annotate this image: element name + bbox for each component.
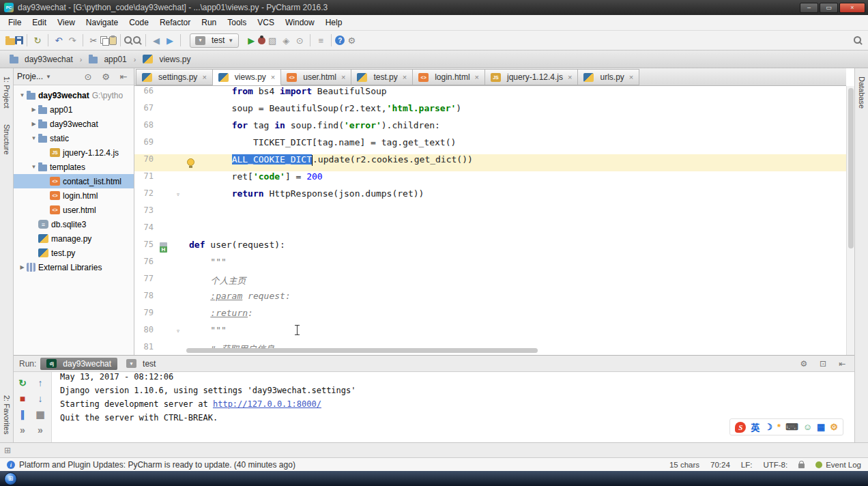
run-tab-day93wechat[interactable]: day93wechat [40,358,117,370]
minimize-button[interactable]: – [800,3,818,13]
tree-item-day93wechat[interactable]: ▼day93wechatG:\pytho [14,88,134,102]
code-line[interactable]: 79 :return: [134,308,846,325]
stripe-button-1-project[interactable]: 1: Project [3,70,11,115]
menu-item-file[interactable]: File [3,16,27,29]
scrollbar-thumb[interactable] [848,88,854,248]
settings-wrench-icon[interactable]: ⚙ [830,422,838,432]
undo-icon[interactable]: ↶ [52,33,66,47]
lock-icon[interactable] [798,463,805,468]
tab-views-py[interactable]: views.py× [213,69,281,85]
code-line[interactable]: 70 ALL_COOKIE_DICT.update(r2.cookies.get… [134,154,846,171]
stripe-button-database[interactable]: Database [858,70,866,115]
tree-toggle-icon[interactable]: ▶ [18,264,27,270]
fold-marker-icon[interactable]: ▿ [176,327,180,334]
run-icon[interactable]: ▶ [244,33,258,47]
settings-icon[interactable]: ⚙ [345,33,358,47]
tab-urls-py[interactable]: urls.py× [578,69,639,85]
dock-pinned-icon[interactable]: ⊡ [816,357,830,371]
hide-panel-icon[interactable]: ⇤ [835,357,849,371]
sync-icon[interactable]: ↻ [31,33,44,47]
stop-icon[interactable]: ■ [16,392,29,405]
vcs-change-marker-icon[interactable]: H [160,242,167,253]
encoding-selector[interactable]: UTF-8: [763,461,787,469]
code-line[interactable]: 74 [134,223,846,240]
menu-item-navigate[interactable]: Navigate [81,16,124,29]
close-tab-icon[interactable]: × [202,73,206,81]
breadcrumb-app01[interactable]: app01 [86,55,129,64]
editor-vertical-scrollbar[interactable] [846,86,854,355]
tree-toggle-icon[interactable]: ▼ [29,135,38,141]
console-link[interactable]: http://127.0.0.1:8000/ [213,399,321,409]
tree-toggle-icon[interactable]: ▼ [29,164,38,170]
settings-gear-icon[interactable]: ⚙ [99,70,113,83]
tab-jquery-1-12-4-js[interactable]: jquery-1.12.4.js× [485,69,578,85]
cut-icon[interactable]: ✂ [87,33,100,47]
tab-user-html[interactable]: user.html× [281,69,351,85]
close-tab-icon[interactable]: × [403,73,407,81]
menu-item-run[interactable]: Run [196,16,222,29]
code-line[interactable]: 66 from bs4 import BeautifulSoup [134,86,846,103]
menu-item-vcs[interactable]: VCS [252,16,280,29]
caret-position[interactable]: 70:24 [710,461,730,469]
close-tab-icon[interactable]: × [341,73,345,81]
overflow-icon-a[interactable]: » [16,423,29,437]
navigate-down-icon[interactable]: ↓ [33,392,47,405]
horizontal-scrollbar[interactable] [186,348,538,353]
replace-icon[interactable] [133,36,142,45]
view-options-icon[interactable]: ⊙ [81,70,95,83]
tree-item-user-html[interactable]: user.html [14,203,134,217]
open-project-icon[interactable] [5,38,15,45]
rerun-icon[interactable]: ↻ [16,376,29,390]
tree-item-jquery-1-12-4-js[interactable]: jquery-1.12.4.js [14,145,134,160]
redo-icon[interactable]: ↷ [66,33,79,47]
status-message[interactable]: i Platform and Plugin Updates: PyCharm i… [7,460,659,470]
menu-item-refactor[interactable]: Refactor [154,16,196,29]
tree-item-static[interactable]: ▼static [14,131,134,145]
hide-panel-icon[interactable]: ⇤ [117,70,130,83]
intention-bulb-icon[interactable] [187,158,194,166]
start-button[interactable]: ⊞ [4,472,17,485]
profiler-icon[interactable]: ⊙ [293,33,306,47]
tab-login-html[interactable]: login.html× [413,69,485,85]
close-tab-icon[interactable]: × [568,73,572,81]
menu-item-view[interactable]: View [52,16,81,29]
tree-item-templates[interactable]: ▼templates [14,160,134,174]
code-line[interactable]: 80▿ """ [134,325,846,342]
close-tab-icon[interactable]: × [475,73,479,81]
breadcrumb-views-py[interactable]: views.py [140,55,193,64]
help-icon[interactable]: ? [335,35,345,45]
code-line[interactable]: 73 [134,205,846,223]
skin-icon[interactable]: * [777,422,781,432]
fold-marker-icon[interactable]: ▿ [176,190,180,198]
menu-item-tools[interactable]: Tools [222,16,252,29]
event-log-button[interactable]: Event Log [815,461,861,469]
menu-item-window[interactable]: Window [280,16,320,29]
code-line[interactable]: 77 个人主页 [134,274,846,291]
manage-tasks-icon[interactable]: ≡ [314,33,328,47]
pause-output-icon[interactable]: ∥ [16,408,29,421]
forward-icon[interactable]: ▶ [163,33,177,47]
language-mode-icon[interactable]: 英 [751,420,760,433]
debug-icon[interactable] [258,37,265,44]
project-panel-title[interactable]: Proje... [17,72,43,81]
overflow-icon-b[interactable]: » [33,423,47,437]
run-tab-test[interactable]: test [120,358,162,370]
tree-toggle-icon[interactable]: ▼ [18,92,27,98]
menu-item-help[interactable]: Help [320,16,348,29]
breadcrumb-day93wechat[interactable]: day93wechat [7,55,76,64]
chevron-down-icon[interactable]: ▼ [46,74,51,80]
line-ending-selector[interactable]: LF: [741,461,753,469]
tree-toggle-icon[interactable]: ▶ [29,121,38,127]
close-tab-icon[interactable]: × [271,73,275,81]
tree-toggle-icon[interactable]: ▶ [29,106,38,113]
code-line[interactable]: 72▿ return HttpResponse(json.dumps(ret)) [134,188,846,205]
code-line[interactable]: 75Hdef user(request): [134,240,846,257]
menu-item-edit[interactable]: Edit [27,16,52,29]
code-line[interactable]: 69 TICKET_DICT[tag.name] = tag.get_text(… [134,137,846,154]
paste-icon[interactable] [109,36,117,45]
back-icon[interactable]: ◀ [149,33,163,47]
tree-item-test-py[interactable]: test.py [14,246,134,260]
editor-body[interactable]: 66 from bs4 import BeautifulSoup67 soup … [134,86,846,355]
coverage-icon[interactable]: ▧ [265,33,279,47]
tab-test-py[interactable]: test.py× [351,69,413,85]
